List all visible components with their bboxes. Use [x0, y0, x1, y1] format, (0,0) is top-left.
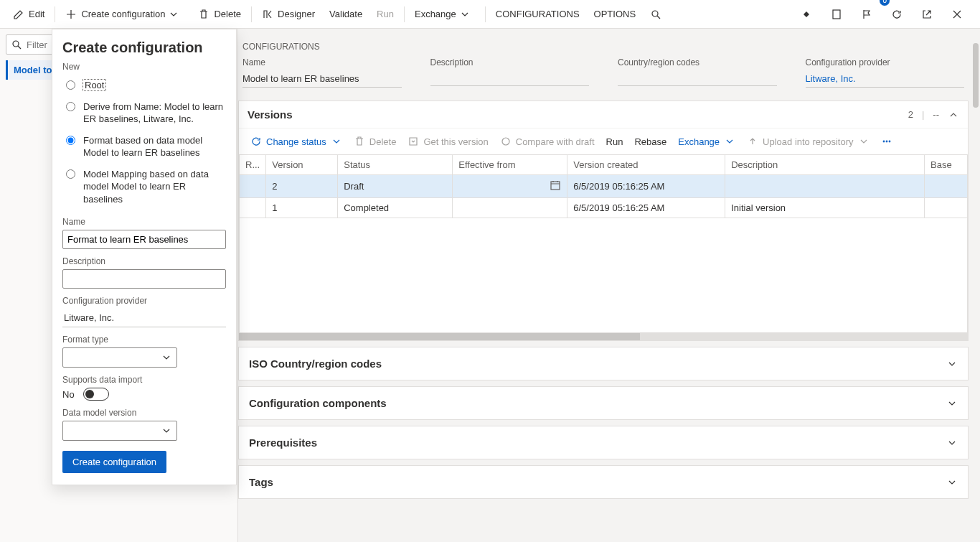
refresh-button[interactable] [884, 0, 914, 28]
chevron-up-icon[interactable] [948, 109, 959, 121]
table-cell[interactable] [453, 198, 567, 218]
edit-button[interactable]: Edit [6, 0, 52, 28]
desc-input[interactable] [62, 269, 226, 289]
table-cell[interactable] [240, 198, 266, 218]
exchange-label: Exchange [415, 9, 456, 19]
table-row[interactable]: 2Draft6/5/2019 05:16:25 AM [240, 175, 968, 198]
versions-actions: Change status Delete Get this version Co… [239, 128, 968, 154]
col-desc[interactable]: Description [725, 155, 925, 175]
table-cell[interactable] [240, 175, 266, 198]
dmv-select[interactable] [62, 421, 177, 441]
run-button[interactable]: Run [369, 0, 401, 28]
options-tab[interactable]: OPTIONS [587, 0, 644, 28]
svg-rect-1 [833, 10, 840, 19]
table-cell[interactable]: Initial version [725, 198, 925, 218]
table-cell[interactable] [453, 175, 567, 198]
get-version-button[interactable]: Get this version [403, 133, 492, 150]
format-type-select[interactable] [62, 347, 177, 368]
versions-header[interactable]: Versions 2 | -- [239, 101, 968, 128]
desc-label: Description [62, 256, 226, 266]
tags-label: Tags [249, 476, 273, 488]
section-header: CONFIGURATIONS [238, 29, 969, 55]
header-name-label: Name [242, 57, 402, 67]
version-exchange-button[interactable]: Exchange [674, 133, 740, 150]
version-exchange-label: Exchange [678, 136, 720, 147]
table-cell[interactable]: 2 [266, 175, 338, 198]
table-cell[interactable]: Completed [338, 198, 453, 218]
change-status-label: Change status [266, 136, 326, 147]
change-status-button[interactable]: Change status [246, 133, 347, 150]
table-cell[interactable]: 6/5/2019 05:16:25 AM [567, 175, 725, 198]
radio-root-input[interactable] [66, 80, 75, 90]
table-cell[interactable]: Draft [338, 175, 453, 198]
run-label: Run [377, 9, 394, 19]
table-cell[interactable] [925, 175, 968, 198]
upload-icon [747, 136, 758, 147]
supports-import-toggle[interactable] [83, 388, 109, 401]
configurations-tab[interactable]: CONFIGURATIONS [489, 0, 587, 28]
notifications-button[interactable]: 0 [854, 0, 884, 28]
col-base[interactable]: Base [925, 155, 968, 175]
delete-button[interactable]: Delete [191, 0, 248, 28]
header-provider-value[interactable]: Litware, Inc. [806, 70, 965, 88]
table-cell[interactable]: 6/5/2019 05:16:25 AM [567, 198, 725, 218]
radio-format-input[interactable] [66, 136, 75, 145]
components-section[interactable]: Configuration components [238, 386, 969, 420]
provider-label: Configuration provider [62, 296, 226, 306]
radio-format[interactable]: Format based on data model Model to lear… [62, 130, 226, 164]
radio-derive[interactable]: Derive from Name: Model to learn ER base… [62, 96, 226, 130]
table-row[interactable]: 1Completed6/5/2019 05:16:25 AMInitial ve… [240, 198, 968, 218]
exchange-button[interactable]: Exchange [407, 0, 482, 28]
radio-derive-input[interactable] [66, 102, 75, 111]
radio-format-label: Format based on data model Model to lear… [83, 134, 226, 159]
svg-point-4 [886, 141, 887, 142]
app-toolbar: Edit Create configuration Delete Designe… [0, 0, 980, 29]
versions-table: R... Version Status Effective from Versi… [239, 154, 968, 218]
trash-icon [354, 136, 365, 147]
col-created[interactable]: Version created [567, 155, 725, 175]
chevron-down-icon [161, 352, 172, 363]
tags-section[interactable]: Tags [238, 465, 969, 499]
office-button[interactable] [824, 0, 854, 28]
dev-tools-button[interactable] [793, 0, 824, 28]
radio-mapping[interactable]: Model Mapping based on data model Model … [62, 164, 226, 210]
radio-root[interactable]: Root [62, 75, 226, 96]
upload-button[interactable]: Upload into repository [743, 133, 873, 150]
compare-button[interactable]: Compare with draft [496, 133, 599, 150]
search-button[interactable] [643, 0, 673, 28]
name-input[interactable] [62, 230, 226, 249]
name-label: Name [62, 217, 226, 227]
col-version[interactable]: Version [266, 155, 338, 175]
header-desc-value [430, 70, 590, 86]
create-config-submit[interactable]: Create configuration [62, 451, 166, 473]
validate-button[interactable]: Validate [322, 0, 369, 28]
horizontal-scrollbar[interactable] [239, 333, 968, 340]
popout-button[interactable] [914, 0, 944, 28]
chevron-down-icon [331, 136, 342, 147]
col-r[interactable]: R... [240, 155, 266, 175]
create-config-button[interactable]: Create configuration [58, 0, 191, 28]
upload-label: Upload into repository [763, 136, 853, 147]
version-run-button[interactable]: Run [602, 134, 628, 150]
designer-button[interactable]: Designer [255, 0, 322, 28]
vertical-scrollbar[interactable] [971, 29, 980, 542]
cycle-icon [250, 136, 262, 147]
provider-value: Litware, Inc. [62, 309, 226, 327]
col-status[interactable]: Status [338, 155, 453, 175]
header-provider-label: Configuration provider [806, 57, 965, 67]
table-cell[interactable]: 1 [266, 198, 338, 218]
header-crc-value [618, 70, 777, 86]
prereq-section[interactable]: Prerequisites [238, 426, 969, 459]
rebase-button[interactable]: Rebase [630, 134, 671, 150]
close-button[interactable] [944, 0, 974, 28]
table-cell[interactable] [925, 198, 968, 218]
more-icon [881, 136, 892, 147]
versions-panel: Versions 2 | -- Change status Delete [238, 101, 969, 341]
version-delete-button[interactable]: Delete [349, 133, 401, 150]
iso-section[interactable]: ISO Country/region codes [238, 347, 969, 380]
chevron-down-icon [946, 477, 958, 488]
col-effective[interactable]: Effective from [453, 155, 567, 175]
table-cell[interactable] [725, 175, 925, 198]
more-actions-button[interactable] [877, 133, 897, 150]
radio-mapping-input[interactable] [66, 169, 75, 179]
